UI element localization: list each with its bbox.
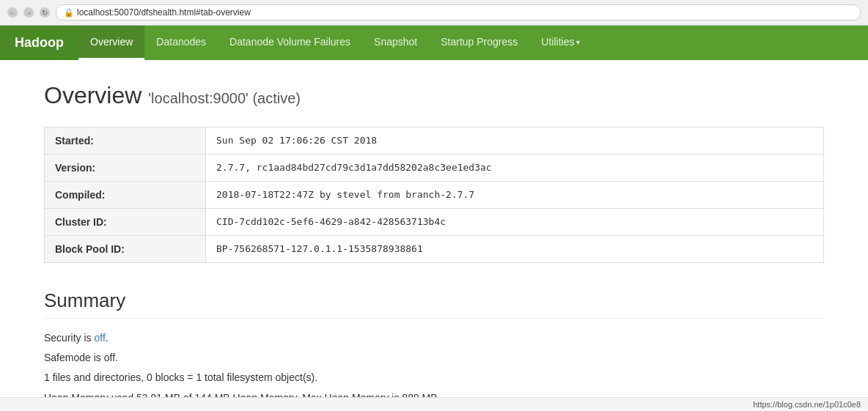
dropdown-arrow-icon: ▾ <box>576 38 580 46</box>
nav-item-utilities[interactable]: Utilities ▾ <box>529 26 592 60</box>
table-label: Version: <box>45 155 206 182</box>
table-label: Compiled: <box>45 182 206 209</box>
nav-item-snapshot[interactable]: Snapshot <box>362 26 429 60</box>
table-row: Version: 2.7.7, rc1aad84bd27cd79c3d1a7dd… <box>45 155 824 182</box>
address-bar[interactable]: 🔒 localhost:50070/dfshealth.html#tab-ove… <box>56 4 861 21</box>
info-table: Started: Sun Sep 02 17:06:26 CST 2018 Ve… <box>44 127 824 263</box>
security-status-link[interactable]: off <box>94 332 105 344</box>
lock-icon: 🔒 <box>64 8 74 18</box>
table-label: Started: <box>45 127 206 155</box>
table-label: Cluster ID: <box>45 209 206 236</box>
nav-item-startup-progress[interactable]: Startup Progress <box>429 26 529 60</box>
main-content: Overview 'localhost:9000' (active) Start… <box>0 60 868 411</box>
navbar-nav: Overview Datanodes Datanode Volume Failu… <box>78 26 592 60</box>
page-subtitle: 'localhost:9000' (active) <box>148 90 301 106</box>
table-value: 2.7.7, rc1aad84bd27cd79c3d1a7dd58202a8c3… <box>206 155 824 182</box>
navbar: Hadoop Overview Datanodes Datanode Volum… <box>0 26 868 60</box>
forward-button[interactable]: → <box>23 7 34 18</box>
table-value: Sun Sep 02 17:06:26 CST 2018 <box>206 127 824 155</box>
page-title: Overview 'localhost:9000' (active) <box>44 82 824 109</box>
table-row: Started: Sun Sep 02 17:06:26 CST 2018 <box>45 127 824 155</box>
table-label: Block Pool ID: <box>45 236 206 263</box>
status-url: https://blog.csdn.ne/1p01c0e8 <box>753 400 861 409</box>
reload-button[interactable]: ↻ <box>40 7 50 18</box>
nav-item-datanode-volume-failures[interactable]: Datanode Volume Failures <box>218 26 362 60</box>
summary-line-1: Security is off. <box>44 329 824 347</box>
nav-item-datanodes[interactable]: Datanodes <box>144 26 218 60</box>
table-row: Compiled: 2018-07-18T22:47Z by stevel fr… <box>45 182 824 209</box>
url-text: localhost:50070/dfshealth.html#tab-overv… <box>77 7 251 18</box>
status-bar: https://blog.csdn.ne/1p01c0e8 <box>0 397 868 411</box>
summary-line-2: Safemode is off. <box>44 349 824 367</box>
summary-title: Summary <box>44 289 824 319</box>
browser-chrome: ← → ↻ 🔒 localhost:50070/dfshealth.html#t… <box>0 0 868 26</box>
table-row: Block Pool ID: BP-756268571-127.0.1.1-15… <box>45 236 824 263</box>
table-value: 2018-07-18T22:47Z by stevel from branch-… <box>206 182 824 209</box>
summary-line-3: 1 files and directories, 0 blocks = 1 to… <box>44 369 824 387</box>
table-value: BP-756268571-127.0.1.1-1535878938861 <box>206 236 824 263</box>
table-value: CID-7cdd102c-5ef6-4629-a842-428563713b4c <box>206 209 824 236</box>
nav-item-overview[interactable]: Overview <box>78 26 144 60</box>
back-button[interactable]: ← <box>7 7 18 18</box>
table-row: Cluster ID: CID-7cdd102c-5ef6-4629-a842-… <box>45 209 824 236</box>
navbar-brand: Hadoop <box>0 26 78 60</box>
